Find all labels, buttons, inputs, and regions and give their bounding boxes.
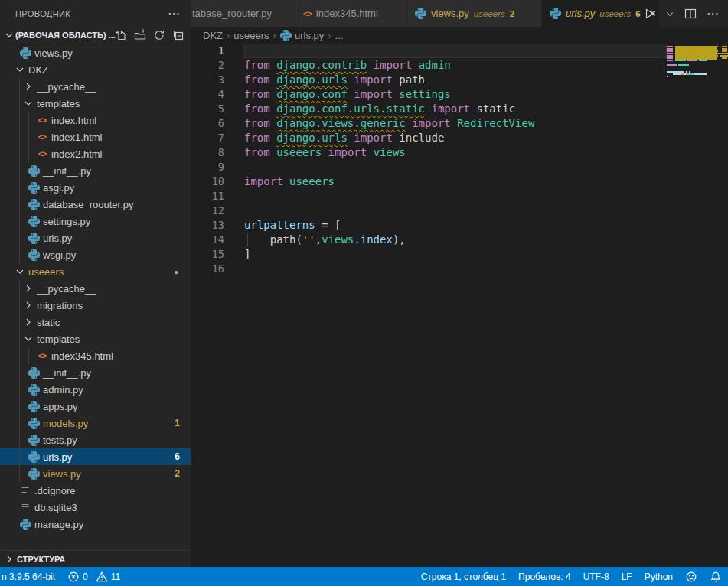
line-number: 5 (191, 102, 238, 116)
python-file-icon (27, 249, 41, 261)
tab-tabase_roouter.py[interactable]: tabase_roouter.py (191, 0, 295, 27)
tree-item-tests.py[interactable]: tests.py (0, 431, 191, 448)
status-language-mode[interactable]: Python (638, 567, 679, 586)
status-bar: n 3.9.5 64-bit011 Строка 1, столбец 1Про… (0, 567, 728, 586)
python-file-icon (27, 216, 41, 227)
status-notifications[interactable] (704, 567, 728, 586)
line-number: 9 (191, 160, 238, 174)
status-problems[interactable]: 011 (61, 567, 126, 586)
collapse-all-icon[interactable] (172, 29, 184, 41)
python-file-icon (280, 30, 292, 41)
tree-item-__pycache__[interactable]: __pycache__ (0, 78, 191, 95)
run-icon[interactable] (643, 8, 655, 20)
tree-item-__init__.py[interactable]: __init__.py (0, 364, 191, 381)
refresh-icon[interactable] (153, 29, 165, 41)
status-eol[interactable]: LF (615, 567, 638, 586)
tree-indent-guide (19, 78, 20, 263)
breadcrumb-label: ... (335, 30, 344, 41)
tree-item-views.py[interactable]: views.py (0, 44, 191, 61)
tree-item-__pycache__[interactable]: __pycache__ (0, 280, 191, 297)
more-actions-icon[interactable]: ⋯ (707, 6, 719, 21)
status-encoding[interactable]: UTF-8 (577, 567, 615, 586)
breadcrumb-item-useeers[interactable]: useeers (233, 30, 269, 41)
minimap[interactable] (667, 44, 720, 567)
overview-warning-mark (722, 57, 727, 59)
new-file-icon[interactable] (115, 29, 127, 41)
problems-badge: 6 (175, 451, 180, 462)
tab-label: views.py (431, 8, 469, 19)
breadcrumb-item-DKZ[interactable]: DKZ (203, 30, 223, 41)
tree-item-apps.py[interactable]: apps.py (0, 398, 191, 415)
code-editor[interactable]: 12345678910111213141516 from django.cont… (191, 44, 728, 567)
tree-item-__init__.py[interactable]: __init__.py (0, 162, 191, 179)
chevron-down-icon (14, 265, 26, 278)
minimap-line-mark (704, 73, 707, 75)
breadcrumb-item-urlspy[interactable]: urls.py (280, 30, 324, 41)
chevron-right-icon (22, 316, 34, 328)
tree-item-settings.py[interactable]: settings.py (0, 213, 191, 230)
tree-item-label: index1.html (51, 132, 102, 143)
tab-views.py[interactable]: views.pyuseeers2 (407, 0, 542, 27)
tree-item-templates[interactable]: templates (0, 95, 191, 112)
python-file-icon (550, 8, 561, 19)
file-tree: views.pyDKZ__pycache__templates<>index.h… (0, 44, 191, 532)
html-file-icon: <> (35, 132, 49, 142)
tree-item-label: index345.html (51, 350, 113, 362)
outline-section-header[interactable]: СТРУКТУРА (0, 550, 191, 567)
tree-item-wsgi.py[interactable]: wsgi.py (0, 246, 191, 263)
python-file-icon (27, 418, 41, 429)
line-number: 3 (191, 73, 238, 87)
breadcrumb-label: DKZ (203, 30, 223, 41)
tree-item-migrations[interactable]: migrations (0, 297, 191, 314)
tree-item-asgi.py[interactable]: asgi.py (0, 179, 191, 196)
tree-item-static[interactable]: static (0, 314, 191, 330)
workspace-section-header[interactable]: (РАБОЧАЯ ОБЛАСТЬ) ... (0, 27, 191, 44)
tree-item-models.py[interactable]: models.py1 (0, 415, 191, 431)
status-indentation[interactable]: Пробелов: 4 (512, 567, 577, 586)
tree-item-admin.py[interactable]: admin.py (0, 381, 191, 398)
problems-badge: 2 (175, 468, 180, 479)
breadcrumb-separator: › (272, 30, 278, 41)
bell-icon (710, 571, 722, 583)
tree-item-database_roouter.py[interactable]: database_roouter.py (0, 196, 191, 213)
status-python-interpreter[interactable]: n 3.9.5 64-bit (0, 567, 61, 586)
run-dropdown-icon[interactable] (665, 9, 674, 18)
tree-item-urls.py[interactable]: urls.py6 (0, 448, 191, 465)
line-number: 8 (191, 145, 238, 160)
breadcrumb-item-[interactable]: ... (335, 30, 344, 41)
chevron-right-icon (3, 553, 15, 565)
new-folder-icon[interactable] (134, 29, 146, 41)
warning-icon (96, 571, 108, 583)
tree-item-label: index.html (51, 115, 96, 126)
tree-item-templates[interactable]: templates (0, 330, 191, 347)
code-line-15: ] (244, 247, 534, 262)
tree-item-label: static (37, 317, 60, 328)
code-line-8: from useeers import views (244, 145, 534, 160)
tree-item-manage.py[interactable]: manage.py (0, 516, 191, 532)
tab-index345.html[interactable]: <>index345.html (295, 0, 407, 27)
problems-badge: 1 (175, 418, 180, 428)
line-number-gutter: 12345678910111213141516 (191, 44, 238, 276)
split-editor-icon[interactable] (684, 8, 697, 20)
line-number: 12 (191, 203, 238, 218)
html-file-icon: <> (303, 9, 312, 18)
tree-item-useeers[interactable]: useeers● (0, 263, 191, 280)
breadcrumb-separator: › (326, 30, 332, 41)
tree-item-db.sqlite3[interactable]: db.sqlite3 (0, 499, 191, 516)
tree-indent-guide (28, 112, 29, 162)
minimap-line-mark (667, 57, 673, 59)
tab-problems-badge: 2 (510, 9, 514, 18)
tree-item-label: useeers (28, 266, 64, 278)
tree-item-label: templates (37, 334, 80, 345)
ellipsis-icon[interactable]: ⋯ (165, 6, 183, 21)
status-feedback[interactable] (679, 567, 704, 586)
tree-item-label: asgi.py (43, 182, 74, 194)
overview-warning-mark (722, 53, 727, 54)
tree-item-views.py[interactable]: views.py2 (0, 465, 191, 482)
tree-item-DKZ[interactable]: DKZ (0, 61, 191, 78)
overview-ruler (720, 44, 728, 567)
status-cursor-position[interactable]: Строка 1, столбец 1 (415, 567, 512, 586)
python-file-icon (27, 468, 41, 480)
tree-item-.dcignore[interactable]: .dcignore (0, 482, 191, 499)
tree-item-urls.py[interactable]: urls.py (0, 230, 191, 246)
